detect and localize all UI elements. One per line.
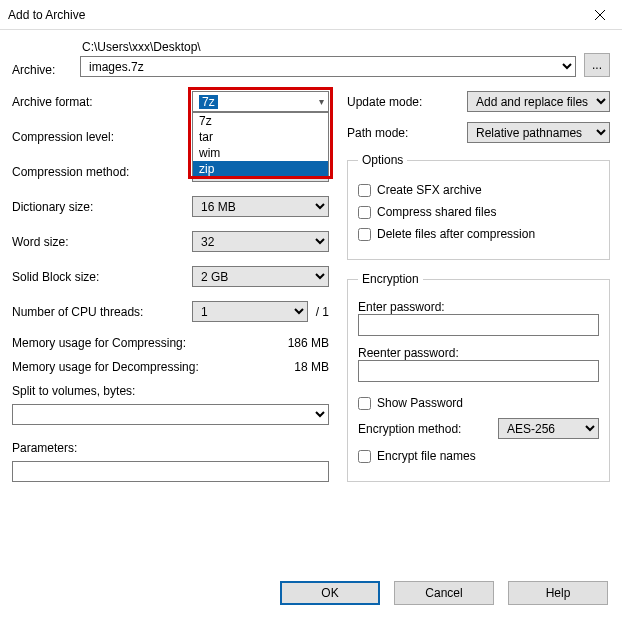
delete-checkbox-row[interactable]: Delete files after compression bbox=[358, 227, 599, 241]
params-input[interactable] bbox=[12, 461, 329, 482]
format-select[interactable]: 7z ▾ bbox=[192, 91, 329, 112]
encnames-label: Encrypt file names bbox=[377, 449, 476, 463]
encnames-checkbox[interactable] bbox=[358, 450, 371, 463]
enter-pw-input[interactable] bbox=[358, 314, 599, 336]
close-icon bbox=[595, 10, 605, 20]
block-select[interactable]: 2 GB bbox=[192, 266, 329, 287]
encryption-legend: Encryption bbox=[358, 272, 423, 286]
reenter-pw-input[interactable] bbox=[358, 360, 599, 382]
browse-button[interactable]: ... bbox=[584, 53, 610, 77]
browse-label: ... bbox=[592, 58, 602, 72]
level-label: Compression level: bbox=[12, 130, 192, 144]
sfx-checkbox-row[interactable]: Create SFX archive bbox=[358, 183, 599, 197]
ok-button[interactable]: OK bbox=[280, 581, 380, 605]
help-label: Help bbox=[546, 586, 571, 600]
memc-label: Memory usage for Compressing: bbox=[12, 336, 186, 350]
pathmode-label: Path mode: bbox=[347, 126, 467, 140]
close-button[interactable] bbox=[577, 0, 622, 30]
block-label: Solid Block size: bbox=[12, 270, 192, 284]
update-label: Update mode: bbox=[347, 95, 467, 109]
method-label: Compression method: bbox=[12, 165, 192, 179]
word-select[interactable]: 32 bbox=[192, 231, 329, 252]
memd-label: Memory usage for Decompressing: bbox=[12, 360, 199, 374]
delete-label: Delete files after compression bbox=[377, 227, 535, 241]
params-label: Parameters: bbox=[12, 441, 329, 455]
options-legend: Options bbox=[358, 153, 407, 167]
ok-label: OK bbox=[321, 586, 338, 600]
enter-pw-label: Enter password: bbox=[358, 300, 599, 314]
shared-checkbox-row[interactable]: Compress shared files bbox=[358, 205, 599, 219]
threads-select[interactable]: 1 bbox=[192, 301, 308, 322]
window-title: Add to Archive bbox=[8, 8, 85, 22]
split-select[interactable] bbox=[12, 404, 329, 425]
cancel-button[interactable]: Cancel bbox=[394, 581, 494, 605]
encnames-row[interactable]: Encrypt file names bbox=[358, 449, 599, 463]
threads-total: / 1 bbox=[316, 305, 329, 319]
reenter-pw-label: Reenter password: bbox=[358, 346, 599, 360]
archive-filename-select[interactable]: images.7z bbox=[80, 56, 576, 77]
cancel-label: Cancel bbox=[425, 586, 462, 600]
archive-path: C:\Users\xxx\Desktop\ bbox=[80, 40, 576, 54]
sfx-checkbox[interactable] bbox=[358, 184, 371, 197]
encmethod-select[interactable]: AES-256 bbox=[498, 418, 599, 439]
format-option-7z[interactable]: 7z bbox=[193, 113, 328, 129]
showpw-checkbox[interactable] bbox=[358, 397, 371, 410]
format-selected: 7z bbox=[199, 95, 218, 109]
options-group: Options Create SFX archive Compress shar… bbox=[347, 153, 610, 260]
word-label: Word size: bbox=[12, 235, 192, 249]
memc-value: 186 MB bbox=[288, 336, 329, 350]
pathmode-select[interactable]: Relative pathnames bbox=[467, 122, 610, 143]
split-label: Split to volumes, bytes: bbox=[12, 384, 329, 398]
encryption-group: Encryption Enter password: Reenter passw… bbox=[347, 272, 610, 482]
dict-select[interactable]: 16 MB bbox=[192, 196, 329, 217]
format-option-wim[interactable]: wim bbox=[193, 145, 328, 161]
format-option-zip[interactable]: zip bbox=[193, 161, 328, 177]
delete-checkbox[interactable] bbox=[358, 228, 371, 241]
chevron-down-icon: ▾ bbox=[319, 96, 324, 107]
memd-value: 18 MB bbox=[294, 360, 329, 374]
showpw-row[interactable]: Show Password bbox=[358, 396, 599, 410]
format-label: Archive format: bbox=[12, 95, 192, 109]
shared-label: Compress shared files bbox=[377, 205, 496, 219]
showpw-label: Show Password bbox=[377, 396, 463, 410]
update-select[interactable]: Add and replace files bbox=[467, 91, 610, 112]
help-button[interactable]: Help bbox=[508, 581, 608, 605]
format-dropdown-list[interactable]: 7z tar wim zip bbox=[192, 112, 329, 178]
encmethod-label: Encryption method: bbox=[358, 422, 498, 436]
format-option-tar[interactable]: tar bbox=[193, 129, 328, 145]
dict-label: Dictionary size: bbox=[12, 200, 192, 214]
shared-checkbox[interactable] bbox=[358, 206, 371, 219]
archive-label: Archive: bbox=[12, 63, 72, 77]
sfx-label: Create SFX archive bbox=[377, 183, 482, 197]
threads-label: Number of CPU threads: bbox=[12, 305, 192, 319]
